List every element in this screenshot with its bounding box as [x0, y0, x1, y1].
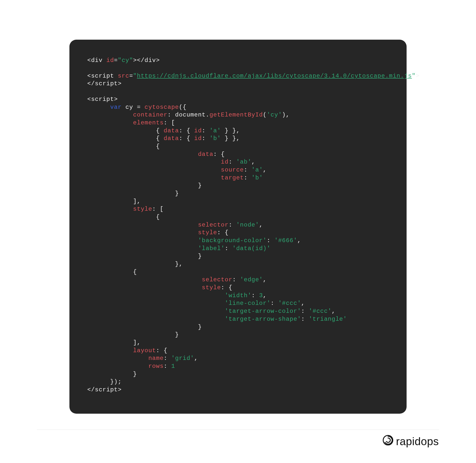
code-line: ], [87, 339, 389, 347]
code-line: layout: { [87, 347, 389, 355]
code-string: 'a' [251, 167, 263, 173]
code-line: </script> [87, 386, 389, 394]
code-string: 'a' [209, 127, 221, 134]
code-token: ( [263, 112, 267, 118]
code-key: selector [202, 276, 232, 283]
code-token: , [251, 159, 255, 165]
code-token: } [198, 253, 202, 260]
code-token: : [164, 363, 171, 370]
code-token: : [ [152, 206, 164, 212]
code-string: 'data(id)' [232, 245, 270, 252]
code-line: }); [87, 378, 389, 386]
code-string: 'target-arrow-color' [225, 308, 301, 315]
code-string: 'b' [251, 174, 263, 181]
code-line: ], [87, 198, 389, 205]
brand-text: rapidops [396, 435, 439, 448]
code-line: name: 'grid', [87, 354, 389, 362]
code-token: "cy" [118, 57, 133, 64]
code-token: > [416, 73, 419, 79]
code-url[interactable]: https://cdnjs.cloudflare.com/ajax/libs/c… [137, 73, 412, 79]
code-keyword: var [110, 104, 121, 111]
code-token: : [301, 308, 309, 315]
code-token: ], [133, 198, 141, 205]
code-string: '#ccc' [309, 308, 331, 315]
code-token: : [301, 316, 309, 322]
code-line: container: document.getElementById('cy')… [87, 111, 389, 119]
code-key: container [133, 112, 168, 118]
code-token: cy = [122, 104, 145, 111]
spiral-icon [383, 435, 393, 448]
code-token: <div [87, 57, 106, 64]
code-token: : [229, 222, 236, 228]
code-token: , [297, 237, 301, 244]
code-line: <script src="https://cdnjs.cloudflare.co… [87, 72, 389, 80]
code-key: name [148, 355, 164, 362]
code-key: source [221, 167, 244, 173]
code-line: } [87, 323, 389, 331]
code-string: 'line-color' [225, 300, 270, 307]
code-token: : [244, 167, 252, 173]
code-token: " [412, 73, 416, 79]
code-token: { [133, 269, 137, 275]
code-token: src [118, 73, 129, 79]
code-token: : [225, 245, 233, 252]
code-token: = [114, 57, 118, 64]
code-line: <script> [87, 95, 389, 103]
code-token: }); [110, 378, 121, 385]
code-token: { [156, 135, 164, 142]
code-line: }, [87, 260, 389, 268]
code-key: elements [133, 119, 164, 126]
code-line: } [87, 331, 389, 339]
code-token: : { [213, 151, 225, 158]
code-token: " [133, 73, 137, 79]
code-string: 'width' [225, 292, 251, 299]
code-key: data [198, 151, 213, 158]
code-token: : [270, 300, 278, 307]
code-number: 1 [171, 363, 175, 370]
code-line: target: 'b' [87, 174, 389, 182]
code-key: id [194, 135, 202, 142]
code-token: : [267, 237, 274, 244]
code-number: 3 [259, 292, 263, 299]
code-key: style [198, 229, 217, 236]
code-key: layout [133, 347, 156, 354]
code-string: 'ab' [236, 159, 252, 165]
code-token: { [156, 214, 160, 220]
code-line: selector: 'node', [87, 221, 389, 229]
code-token: : [232, 276, 240, 283]
code-key: target [221, 174, 244, 181]
code-token: : { [179, 135, 194, 142]
code-token: { [156, 143, 160, 150]
code-token: <script> [87, 96, 118, 103]
code-string: 'node' [236, 222, 259, 228]
code-line: style: { [87, 284, 389, 292]
code-line: style: { [87, 229, 389, 237]
code-token: : { [217, 229, 229, 236]
code-line: } [87, 190, 389, 198]
code-line: { data: { id: 'b' } }, [87, 135, 389, 143]
code-token: } [175, 190, 179, 197]
code-line: source: 'a', [87, 166, 389, 174]
code-token: }, [175, 261, 183, 267]
code-token: : [251, 292, 259, 299]
code-string: '#666' [274, 237, 297, 244]
code-line: var cy = cytoscape({ [87, 103, 389, 111]
code-line: 'target-arrow-shape': 'triangle' [87, 315, 389, 323]
code-line: data: { [87, 150, 389, 158]
code-token: ), [282, 112, 290, 118]
code-key: data [164, 135, 179, 142]
code-string: 'grid' [171, 355, 194, 362]
code-string: '#ccc' [278, 300, 301, 307]
code-line: { [87, 143, 389, 150]
code-line: 'target-arrow-color': '#ccc', [87, 307, 389, 315]
code-string: 'triangle' [309, 316, 347, 322]
code-line: { [87, 213, 389, 221]
code-line: 'label': 'data(id)' [87, 245, 389, 253]
code-token: getElementById [209, 112, 263, 118]
code-line: { [87, 268, 389, 276]
code-string: 'cy' [267, 112, 282, 118]
code-token: : [ [164, 119, 175, 126]
code-token: </script> [87, 386, 122, 393]
code-line: 'background-color': '#666', [87, 237, 389, 245]
code-token: : { [179, 127, 194, 134]
